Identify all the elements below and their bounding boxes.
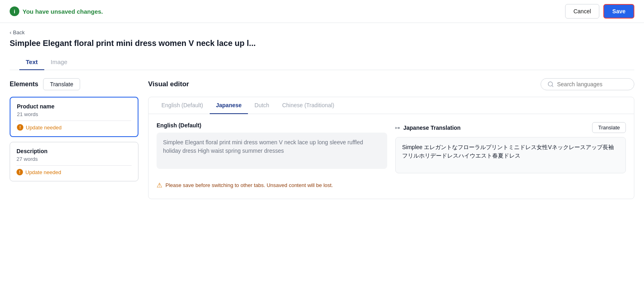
back-label: Back [13, 29, 25, 35]
unsaved-message: You have unsaved changes. [23, 8, 103, 15]
source-column-header: English (Default) [157, 122, 387, 129]
source-column-title: English (Default) [157, 122, 201, 129]
description-update: ! Update needed [17, 169, 132, 175]
unsaved-notice: i You have unsaved changes. [10, 6, 103, 16]
description-title: Description [17, 148, 132, 154]
tab-dutch[interactable]: Dutch [248, 97, 276, 114]
translation-column: ↦ Japanese Translation Translate Simplee… [395, 122, 626, 173]
tab-japanese[interactable]: Japanese [210, 97, 248, 114]
language-content: English (Default) Simplee Elegant floral… [149, 114, 634, 199]
warning-circle-icon: ! [17, 124, 23, 131]
product-name-update-label: Update needed [26, 125, 62, 131]
source-column: English (Default) Simplee Elegant floral… [157, 122, 387, 173]
translated-text-box[interactable]: Simplee エレガントなフローラルプリントミニドレス女性Vネックレースアップ… [395, 137, 626, 173]
visual-editor-title: Visual editor [148, 80, 189, 88]
translation-columns: English (Default) Simplee Elegant floral… [157, 122, 626, 173]
tab-english-default[interactable]: English (Default) [155, 97, 210, 114]
description-update-label: Update needed [25, 169, 61, 175]
translate-button[interactable]: Translate [43, 78, 80, 90]
product-name-title: Product name [17, 103, 131, 110]
panel-title: Elements [10, 81, 38, 88]
top-actions: Cancel Save [565, 4, 634, 19]
arrow-icon: ↦ [395, 125, 400, 131]
info-icon: i [10, 6, 19, 16]
right-panel: Visual editor English (Default) Japanese… [148, 78, 634, 199]
save-button[interactable]: Save [603, 4, 634, 19]
tab-text[interactable]: Text [19, 54, 44, 70]
search-icon [547, 81, 554, 87]
language-tabs-container: English (Default) Japanese Dutch Chinese… [148, 97, 634, 199]
translation-column-title: Japanese Translation [403, 125, 460, 131]
product-name-card[interactable]: Product name 21 words ! Update needed [10, 97, 138, 137]
warning-circle-icon-2: ! [17, 169, 23, 175]
description-card[interactable]: Description 27 words ! Update needed [10, 142, 138, 181]
search-languages-container [541, 78, 634, 90]
panel-header: Elements Translate [10, 78, 138, 90]
translate-sm-button[interactable]: Translate [592, 122, 626, 133]
warning-message: Please save before switching to other ta… [165, 182, 333, 188]
back-arrow-icon: ‹ [10, 29, 11, 35]
search-languages-input[interactable] [557, 81, 627, 87]
page-title: Simplee Elegant floral print mini dress … [10, 39, 634, 48]
tab-chinese-traditional[interactable]: Chinese (Traditional) [276, 97, 341, 114]
visual-editor-header: Visual editor [148, 78, 634, 90]
main-content: Elements Translate Product name 21 words… [0, 70, 644, 207]
description-words: 27 words [17, 156, 132, 162]
page-header: ‹ Back Simplee Elegant floral print mini… [0, 23, 644, 70]
main-tabs: Text Image [10, 54, 634, 70]
warning-triangle-icon: ⚠ [157, 181, 162, 189]
product-name-update: ! Update needed [17, 124, 131, 131]
language-tabs: English (Default) Japanese Dutch Chinese… [149, 97, 634, 114]
source-text-box: Simplee Elegant floral print mini dress … [157, 133, 387, 169]
product-name-words: 21 words [17, 111, 131, 117]
left-panel: Elements Translate Product name 21 words… [10, 78, 138, 199]
warning-notice: ⚠ Please save before switching to other … [157, 180, 626, 191]
translation-column-header: ↦ Japanese Translation Translate [395, 122, 626, 133]
top-bar: i You have unsaved changes. Cancel Save [0, 0, 644, 23]
tab-image[interactable]: Image [44, 54, 74, 70]
back-link[interactable]: ‹ Back [10, 29, 634, 35]
cancel-button[interactable]: Cancel [565, 4, 600, 19]
svg-line-1 [552, 85, 553, 87]
